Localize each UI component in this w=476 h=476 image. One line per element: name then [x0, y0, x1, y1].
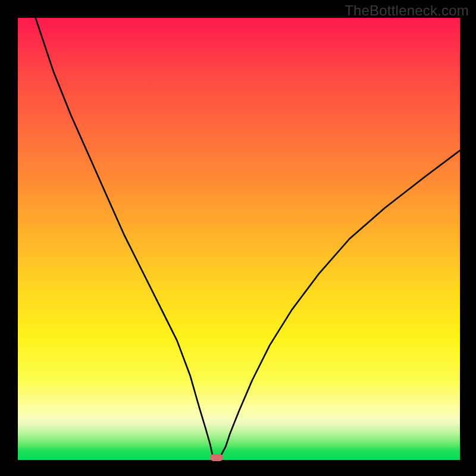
curve-svg — [18, 18, 460, 460]
bottleneck-marker — [210, 454, 223, 461]
bottleneck-curve-path — [36, 18, 460, 458]
chart-frame: TheBottleneck.com — [0, 0, 476, 476]
plot-area — [18, 18, 460, 460]
watermark-text: TheBottleneck.com — [345, 2, 469, 19]
